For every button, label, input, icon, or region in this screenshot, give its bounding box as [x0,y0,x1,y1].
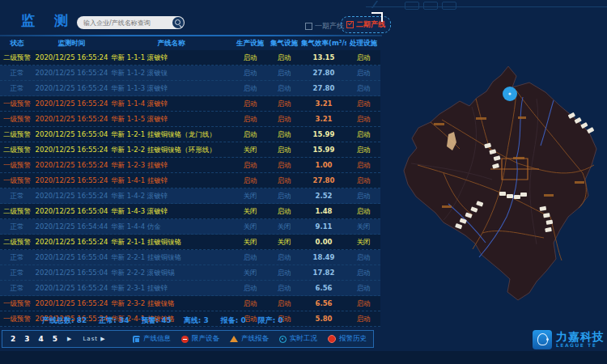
cell-gas: 启动 [267,265,301,280]
cell-production: 启动 [233,112,267,126]
phase1-label: 一期产线 [315,21,344,32]
cell-time: 2020/12/25 16:54:44 [34,219,109,234]
alarm-dot-icon [328,335,336,343]
cell-production: 关闭 [233,265,267,280]
cell-gas: 启动 [267,250,301,265]
table-row[interactable]: 正常2020/12/25 16:55:04华新 2-2-1 挂镀铜镍铬启动启动1… [0,250,380,265]
top-decor-box [442,2,456,10]
top-decor-line [366,6,607,7]
search-input[interactable] [77,18,172,28]
cell-production: 启动 [233,96,267,111]
search-box[interactable] [77,16,185,29]
cell-time: 2020/12/25 16:55:24 [34,81,109,95]
cell-efficiency: 17.82 [301,265,346,280]
cell-status: 一级预警 [0,96,34,111]
cell-status: 一级预警 [0,173,34,188]
cell-treatment: 启动 [346,81,380,95]
cell-status: 二级预警 [0,127,34,142]
cell-efficiency: 6.56 [301,281,346,295]
legend-label: 产线报备 [241,334,269,344]
cell-gas: 启动 [267,96,301,111]
cell-treatment: 启动 [346,296,380,311]
legend-button-限产设备[interactable]: 限产设备 [181,334,219,344]
table-row[interactable]: 正常2020/12/25 16:55:24华新 1-4-2 滚镀锌关闭启动2.5… [0,188,380,204]
phase2-button[interactable]: 二期产线 [341,16,391,33]
cell-production: 启动 [233,250,267,265]
page-number-2[interactable]: 2 [11,335,15,343]
page-number-3[interactable]: 3 [24,335,29,343]
cell-efficiency: 1.00 [301,158,346,172]
legend-label: 产线信息 [143,334,171,344]
cell-status: 一级预警 [0,311,34,326]
cell-time: 2020/12/25 16:55:24 [34,142,109,157]
cell-name: 华新 1-4-2 滚镀锌 [109,188,233,203]
cell-efficiency: 1.48 [301,204,346,218]
table-row[interactable]: 二级预警2020/12/25 16:55:24华新 2-1-1 挂镀铜镍铬关闭关… [0,235,380,250]
logo-subtitle: LEAGUE TE [556,342,605,349]
table-row[interactable]: 正常2020/12/25 16:55:24华新 2-3-1 挂镀锌启动启动6.5… [0,281,380,296]
table-row[interactable]: 二级预警2020/12/25 16:55:04华新 1-4-3 滚镀锌关闭启动1… [0,204,380,219]
cell-treatment: 启动 [346,127,380,142]
legend-label: 实时工况 [290,334,317,344]
summary-item: 离线: 3 [184,315,209,326]
page-number-4[interactable]: 4 [39,335,44,343]
cell-production: 启动 [233,158,267,172]
last-page-button[interactable]: Last ▶ [83,336,105,342]
cell-time: 2020/12/25 16:55:24 [34,96,109,111]
cell-treatment: 启动 [346,281,380,295]
table-row[interactable]: 一级预警2020/12/25 16:55:24华新 1-1-5 滚镀锌启动启动3… [0,112,380,127]
legend-button-产线信息[interactable]: 产线信息 [133,334,171,344]
cell-efficiency: 27.80 [301,81,346,95]
cell-production: 关闭 [233,235,267,249]
table-row[interactable]: 正常2020/12/25 16:55:04华新 2-2-2 滚镀铜锡关闭启动17… [0,265,380,281]
header-divider [0,35,382,36]
cell-treatment: 启动 [346,158,380,172]
cell-time: 2020/12/25 16:55:24 [34,112,109,126]
table-row[interactable]: 一级预警2020/12/25 16:55:24华新 1-1-4 滚镀锌启动启动3… [0,96,380,112]
next-page-button[interactable]: ▶ [67,336,71,342]
table-row[interactable]: 一级预警2020/12/25 16:55:24华新 2-3-2 挂镀镍铬启动启动… [0,296,380,311]
cell-treatment: 启动 [346,66,380,80]
cell-efficiency: 6.56 [301,296,346,311]
summary-bar: 产线总数: 82正常: 34预警: 45离线: 3报备: 0限产: 0 [42,315,283,326]
cell-status: 正常 [0,265,34,280]
map-blue-marker-dot [508,92,511,95]
table-row[interactable]: 一级预警2020/12/25 16:55:24华新 1-4-1 挂镀锌启动启动2… [0,173,380,188]
cell-name: 华新 1-1-5 滚镀锌 [109,112,233,126]
phase1-checkbox[interactable]: 一期产线 [305,21,344,32]
cell-name: 华新 1-2-2 挂镀铜镍铬（环形线） [109,142,233,157]
table-row[interactable]: 二级预警2020/12/25 16:55:04华新 1-2-1 挂镀铜镍铬（龙门… [0,127,380,142]
table-row[interactable]: 二级预警2020/12/25 16:55:24华新 1-1-1 滚镀锌启动启动1… [0,50,380,66]
search-icon[interactable] [172,17,184,28]
legend-button-实时工况[interactable]: 实时工况 [279,334,317,344]
top-decor-box [405,2,419,10]
table-row[interactable]: 正常2020/12/25 16:54:44华新 1-4-4 仿金关闭关闭9.11… [0,219,380,235]
legend-buttons: 产线信息限产设备产线报备实时工况报警历史 [133,334,367,344]
cell-status: 二级预警 [0,50,34,65]
cell-name: 华新 1-1-1 滚镀锌 [109,50,233,65]
realtime-icon [279,336,287,343]
table-row[interactable]: 正常2020/12/25 16:55:24华新 1-1-2 滚镀镍启动启动27.… [0,66,380,81]
table-row[interactable]: 一级预警2020/12/25 16:55:24华新 1-2-3 挂镀锌启动启动1… [0,158,380,173]
summary-item: 限产: 0 [258,315,283,326]
cell-efficiency: 3.21 [301,112,346,126]
cell-treatment: 启动 [346,142,380,157]
cell-status: 二级预警 [0,142,34,157]
table-row[interactable]: 正常2020/12/25 16:55:24华新 1-1-3 滚镀锌启动启动27.… [0,81,380,96]
legend-button-产线报备[interactable]: 产线报备 [230,334,269,344]
legend-button-报警历史[interactable]: 报警历史 [328,334,367,344]
cell-name: 华新 1-2-3 挂镀锌 [109,158,233,172]
cell-efficiency: 27.80 [301,66,346,80]
cell-time: 2020/12/25 16:55:24 [34,188,109,203]
cell-treatment: 启动 [346,96,380,111]
cell-efficiency: 2.52 [301,188,346,203]
bottom-strip [0,351,607,364]
corner-bracket-decor [371,12,383,22]
checkbox-checked-icon [346,21,354,28]
table-row[interactable]: 二级预警2020/12/25 16:55:24华新 1-2-2 挂镀铜镍铬（环形… [0,142,380,158]
cell-efficiency: 15.99 [301,142,346,157]
page-number-5[interactable]: 5 [53,335,57,343]
map-land [404,66,596,300]
cell-time: 2020/12/25 16:55:24 [34,173,109,188]
cell-production: 关闭 [233,204,267,218]
